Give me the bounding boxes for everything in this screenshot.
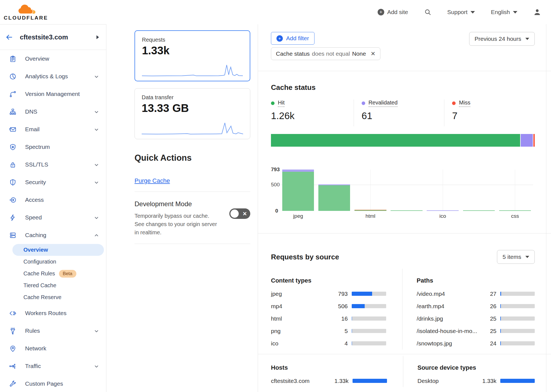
summary-card-data-transfer[interactable]: Data transfer13.33 GB [135,88,250,139]
bar-slot [352,170,388,211]
row-bar-track [352,304,386,308]
x-axis-label: html [352,213,388,219]
bar-png[interactable] [391,210,422,211]
legend-label[interactable]: Hit [278,100,284,107]
row-bar-track [352,329,386,333]
source-panel-header: Paths [417,277,535,284]
table-row: /earth.mp426 [417,300,535,312]
sidebar-subitem-configuration[interactable]: Configuration [12,256,104,268]
bar-css[interactable] [499,210,531,211]
sidebar-item-analytics-logs[interactable]: Analytics & Logs [0,68,106,85]
chevron-down-icon [94,364,99,369]
cloudflare-logo[interactable]: CLOUDFLARE [4,3,48,21]
bar-mp4[interactable] [318,184,350,211]
analytics-icon [9,73,17,80]
sidebar-item-rules[interactable]: Rules [0,322,106,340]
account-menu[interactable] [533,8,541,16]
sidebar-item-label: DNS [25,108,85,115]
chevron-right-icon[interactable] [96,35,99,39]
sidebar-item-email[interactable]: Email [0,120,106,138]
rules-icon [9,327,17,335]
requests-by-source-title: Requests by source [271,253,339,261]
bar-jpeg[interactable] [282,170,314,211]
cache-status-stacked-bar [271,134,535,147]
toggle-off-x-icon: ✕ [243,210,247,217]
row-value: 26 [477,303,496,310]
cache-status-legend: Hit1.26kRevalidated61Miss7 [271,100,535,126]
row-label: png [271,328,329,334]
purge-cache-link[interactable]: Purge Cache [135,177,170,184]
legend-label[interactable]: Miss [459,100,470,107]
row-bar-fill [500,341,501,345]
language-label: English [491,9,510,15]
bar-item[interactable] [463,210,495,211]
items-count-label: 5 items [502,254,521,260]
sidebar-item-network[interactable]: Network [0,340,106,357]
sparkline-chart [142,122,243,135]
sidebar-item-security[interactable]: Security [0,173,106,191]
caching-icon [9,232,17,239]
sidebar-subitem-cache-reserve[interactable]: Cache Reserve [12,291,104,303]
table-row: /drinks.jpg25 [417,312,535,325]
sidebar-subitem-tiered-cache[interactable]: Tiered Cache [12,280,104,291]
time-range-dropdown[interactable]: Previous 24 hours [469,32,535,46]
language-menu[interactable]: English [491,9,517,15]
filter-chip[interactable]: Cache status does not equal None ✕ [271,47,380,60]
divider [258,233,551,233]
panel-edge-line [546,24,546,392]
support-menu[interactable]: Support [447,9,475,15]
bar-html[interactable] [354,210,386,211]
stacked-segment [271,134,520,147]
development-mode-toggle[interactable]: ✕ [229,208,250,219]
sidebar-item-caching[interactable]: Caching [0,226,106,244]
legend-label[interactable]: Revalidated [369,100,398,107]
row-value: 1.33k [329,378,349,384]
sidebar-item-label: Network [25,345,99,352]
sidebar-item-custom-pages[interactable]: Custom Pages [0,375,106,392]
summary-card-requests[interactable]: Requests1.33k [135,30,250,81]
row-label: /snowtops.jpg [417,340,477,347]
row-bar-track [500,292,535,296]
sidebar-item-overview[interactable]: Overview [0,50,106,68]
quick-actions-title: Quick Actions [135,153,250,163]
close-icon[interactable]: ✕ [371,50,376,57]
add-filter-button[interactable]: + Add filter [271,32,315,45]
sidebar-item-label: Security [25,179,85,186]
items-count-dropdown[interactable]: 5 items [497,250,535,264]
row-bar-track [500,304,535,308]
y-axis-tick: 500 [271,182,278,188]
row-bar-fill [352,316,352,321]
spectrum-icon [9,143,17,151]
chevron-down-icon [525,38,529,40]
sidebar-item-label: Custom Pages [25,380,99,387]
sidebar-item-ssl-tls[interactable]: SSL/TLS [0,156,106,173]
row-bar-fill [500,304,501,308]
sidebar-item-label: SSL/TLS [25,161,85,168]
sidebar: cftestsite3.com OverviewAnalytics & Logs… [0,24,106,392]
back-arrow-icon[interactable] [6,34,13,41]
sidebar-item-access[interactable]: Access [0,191,106,209]
sidebar-item-workers-routes[interactable]: Workers Routes [0,304,106,322]
search-button[interactable] [424,9,431,16]
source-panel-header: Source device types [418,364,535,371]
toggle-knob [230,210,239,218]
sidebar-item-traffic[interactable]: Traffic [0,357,106,375]
sidebar-subitem-label: Cache Rules [23,270,55,277]
sidebar-item-version-management[interactable]: Version Management [0,85,106,103]
sidebar-item-speed[interactable]: Speed [0,209,106,226]
divider [135,192,250,192]
row-value: 5 [329,328,348,334]
row-bar-fill [352,341,352,345]
row-bar-fill [500,329,501,333]
add-site-button[interactable]: + Add site [378,9,408,15]
row-value: 25 [477,315,496,322]
sidebar-item-spectrum[interactable]: Spectrum [0,138,106,156]
sidebar-item-label: Caching [25,232,85,238]
sidebar-item-dns[interactable]: DNS [0,103,106,120]
sidebar-subitem-cache-rules[interactable]: Cache RulesBeta [12,268,104,280]
bar-ico[interactable] [427,210,458,211]
sidebar-subitem-overview[interactable]: Overview [12,244,104,256]
dns-icon [9,108,17,116]
source-panel-header: Content types [271,277,386,284]
chart-bars [280,170,533,211]
